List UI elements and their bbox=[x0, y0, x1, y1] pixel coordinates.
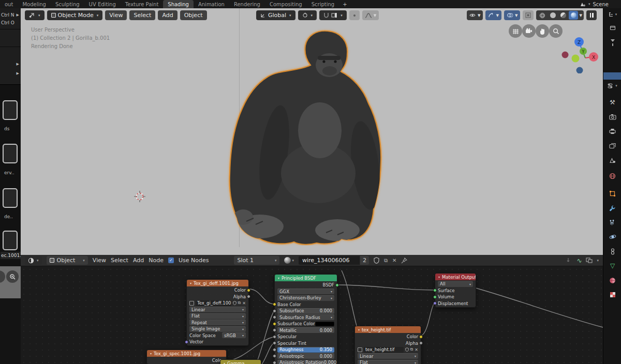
scene-selector[interactable]: ▾ Scene bbox=[580, 0, 621, 8]
shading-solid-button[interactable] bbox=[548, 11, 557, 20]
input-socket-specular[interactable] bbox=[273, 335, 276, 339]
outliner-filter-button[interactable] bbox=[603, 39, 621, 42]
shading-rendered-button[interactable] bbox=[569, 11, 578, 20]
asset-thumbnail[interactable] bbox=[3, 100, 18, 120]
color-space-row[interactable]: Color Space sRGB▾ bbox=[189, 332, 246, 338]
shader-editor[interactable]: ▾ Object ▾ View Select Add Node ✓ Use No… bbox=[21, 255, 603, 364]
collection-icon-row[interactable] bbox=[603, 25, 621, 31]
viewport-3d[interactable]: ▾ Object Mode ▾ View Select Add Object G… bbox=[21, 8, 603, 255]
node-header[interactable]: ▾ Tex_gi_deff.1001.jpg bbox=[187, 280, 248, 286]
distribution-dropdown[interactable]: GGX▾ bbox=[277, 289, 334, 294]
input-socket-anisotropic[interactable] bbox=[273, 354, 276, 358]
color-space-dropdown[interactable]: sRGB▾ bbox=[222, 332, 246, 338]
proportional-falloff-dropdown[interactable]: ▾ bbox=[362, 10, 379, 20]
shader-menu-select[interactable]: Select bbox=[111, 257, 128, 264]
collapse-triangle-icon[interactable]: ▾ bbox=[358, 328, 360, 331]
output-socket-alpha[interactable] bbox=[247, 295, 250, 298]
tab-particle-properties[interactable] bbox=[603, 216, 621, 229]
axis-neg-z-ball[interactable] bbox=[576, 67, 583, 74]
tab-modifier-properties[interactable] bbox=[603, 202, 621, 214]
input-socket-specular-tint[interactable] bbox=[273, 341, 276, 345]
material-browse-button[interactable]: ▾ bbox=[284, 257, 294, 264]
tab-shading[interactable]: Shading bbox=[163, 0, 194, 8]
sss-radius-dropdown[interactable]: Subsurface Radius▾ bbox=[277, 314, 334, 320]
outliner-editor-button[interactable]: ▾ bbox=[603, 11, 621, 18]
sss-color-row[interactable]: Subsurface Color bbox=[277, 321, 334, 327]
pan-view-button[interactable] bbox=[536, 24, 549, 38]
collapse-triangle-icon[interactable]: ▾ bbox=[224, 361, 225, 364]
new-material-copy-icon[interactable]: ⧉ bbox=[384, 258, 388, 263]
input-socket-displacement[interactable] bbox=[433, 301, 437, 305]
menu-object[interactable]: Object bbox=[180, 10, 207, 20]
shader-menu-view[interactable]: View bbox=[93, 257, 106, 264]
node-header[interactable]: ▾ tex_height.tif bbox=[355, 326, 421, 333]
anisotropic-rotation-slider[interactable]: Anisotropic Rotation0.000 bbox=[277, 360, 334, 364]
perspective-toggle-button[interactable] bbox=[509, 24, 522, 38]
roughness-slider[interactable]: Roughness0.350 bbox=[277, 347, 334, 353]
projection-dropdown[interactable]: Flat▾ bbox=[189, 313, 246, 319]
tab-compositing[interactable]: Compositing bbox=[265, 0, 307, 8]
tab-sculpting[interactable]: Sculpting bbox=[51, 0, 84, 8]
copy-icon[interactable]: ⧉ bbox=[410, 347, 413, 352]
shield-icon[interactable] bbox=[405, 347, 409, 352]
snapping-noodle-icon[interactable]: ∿ bbox=[576, 257, 582, 264]
add-workspace-button[interactable]: + bbox=[339, 0, 350, 8]
input-socket-base-color[interactable] bbox=[273, 302, 276, 306]
output-socket-alpha[interactable] bbox=[419, 341, 423, 345]
output-socket-color[interactable] bbox=[419, 335, 423, 339]
node-image-texture-spec[interactable]: ▾ Tex_gi_spec.1001.jpg Color bbox=[146, 350, 227, 364]
tab-material-properties[interactable] bbox=[603, 274, 621, 286]
gorilla-model[interactable] bbox=[202, 16, 388, 246]
properties-editor-button[interactable]: ▾ bbox=[603, 83, 621, 89]
unlink-material-icon[interactable]: ✕ bbox=[392, 258, 396, 263]
tab-physics-properties[interactable] bbox=[603, 231, 621, 243]
collapse-triangle-icon[interactable]: ▾ bbox=[150, 352, 152, 355]
zoom-out-button[interactable] bbox=[0, 270, 5, 283]
unlink-icon[interactable]: ✕ bbox=[415, 347, 418, 352]
shading-material-button[interactable] bbox=[558, 11, 568, 20]
overlays-toggle[interactable]: ▾ bbox=[504, 10, 521, 20]
collapse-triangle-icon[interactable]: ▾ bbox=[438, 275, 440, 279]
tab-texture-properties[interactable] bbox=[603, 289, 621, 301]
input-socket-aniso-rotation[interactable] bbox=[273, 361, 276, 364]
tab-output-properties[interactable] bbox=[603, 125, 621, 138]
unlink-icon[interactable]: ✕ bbox=[242, 301, 246, 306]
material-slot-dropdown[interactable]: Slot 1 ▾ bbox=[234, 256, 279, 265]
image-datablock-row[interactable]: Tex_gi_deff.1001... ⧉ ✕ bbox=[189, 300, 246, 306]
zoom-in-button[interactable] bbox=[6, 270, 19, 283]
pin-icon[interactable] bbox=[401, 257, 407, 264]
editor-type-button[interactable]: ▾ bbox=[25, 10, 45, 20]
shader-menu-node[interactable]: Node bbox=[149, 257, 164, 264]
target-dropdown[interactable]: All▾ bbox=[438, 281, 473, 287]
asset-thumbnail[interactable] bbox=[3, 144, 18, 163]
snap-group[interactable]: ▾ bbox=[319, 10, 347, 20]
node-graph-canvas[interactable]: ▾ Tex_gi_deff.1001.jpg Color Alpha Tex_g… bbox=[21, 266, 603, 364]
node-image-texture-deff[interactable]: ▾ Tex_gi_deff.1001.jpg Color Alpha Tex_g… bbox=[186, 279, 249, 346]
tab-uv-editing[interactable]: UV Editing bbox=[84, 0, 121, 8]
xray-toggle[interactable] bbox=[523, 10, 534, 20]
camera-view-button[interactable] bbox=[522, 24, 536, 38]
collapse-triangle-icon[interactable]: ▾ bbox=[278, 276, 279, 280]
output-socket-bsdf[interactable] bbox=[335, 283, 339, 287]
menu-shortcut-open[interactable]: Ctrl O bbox=[1, 20, 14, 25]
tab-rendering[interactable]: Rendering bbox=[229, 0, 265, 8]
output-socket-color[interactable] bbox=[247, 289, 250, 292]
tab-layout-partial[interactable]: out bbox=[0, 0, 18, 8]
go-to-parent-icon[interactable] bbox=[567, 257, 572, 264]
input-socket-sss-color[interactable] bbox=[273, 322, 276, 326]
shield-icon[interactable] bbox=[233, 301, 236, 305]
axis-neg-y-ball[interactable] bbox=[572, 55, 580, 63]
tab-world-properties[interactable] bbox=[603, 170, 621, 182]
interpolation-dropdown[interactable]: Linear▾ bbox=[189, 307, 246, 312]
source-dropdown[interactable]: Single Image▾ bbox=[189, 326, 246, 332]
menu-select[interactable]: Select bbox=[129, 10, 155, 20]
tab-animation[interactable]: Animation bbox=[194, 0, 229, 8]
material-name-field[interactable]: wire_134006006 bbox=[299, 256, 360, 265]
node-principled-bsdf[interactable]: ▾ Principled BSDF BSDF GGX▾ Christensen-… bbox=[274, 274, 337, 364]
node-header[interactable]: ▾ Tex_gi_spec.1001.jpg bbox=[147, 350, 226, 357]
sss-color-swatch[interactable] bbox=[315, 322, 335, 326]
anisotropic-slider[interactable]: Anisotropic0.000 bbox=[277, 353, 334, 359]
input-socket-metallic[interactable] bbox=[273, 328, 276, 332]
node-header[interactable]: ▾ Principled BSDF bbox=[275, 275, 337, 281]
collapse-triangle-icon[interactable]: ▾ bbox=[190, 281, 191, 285]
